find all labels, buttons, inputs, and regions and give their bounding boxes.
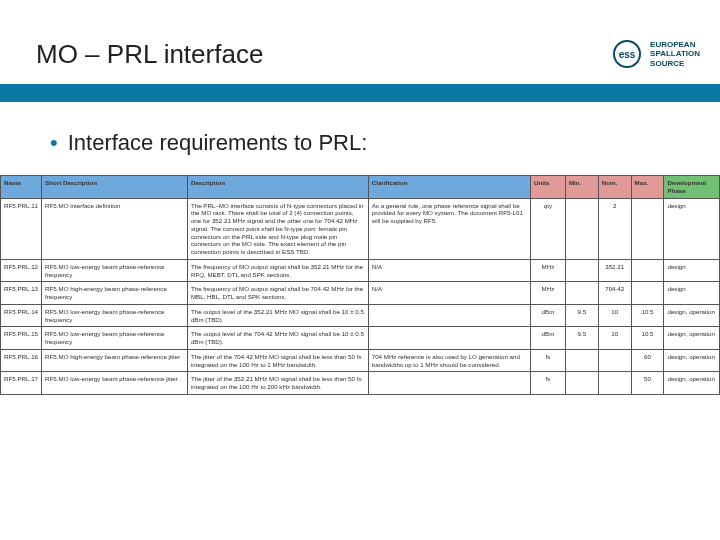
cell-name: RF5.PRL.11 [1,198,42,259]
cell-max: 50 [631,372,664,395]
cell-name: RF5.PRL.13 [1,282,42,305]
cell-phase: design, operation [664,304,720,327]
cell-name: RF5.PRL.15 [1,327,42,350]
cell-min [565,198,598,259]
col-desc: Description [187,176,368,199]
table-row: RF5.PRL.15RF5.MO low-energy beam phase-r… [1,327,720,350]
cell-nom: 2 [598,198,631,259]
cell-short: RF5.MO low-energy beam phase-reference f… [42,259,188,282]
logo-line: SOURCE [650,59,700,69]
cell-clar: 704 MHz reference is also used by LO gen… [368,349,530,372]
cell-nom: 10 [598,304,631,327]
cell-clar: As a general rule, one phase reference s… [368,198,530,259]
cell-units: fs [530,372,565,395]
col-short: Short Description [42,176,188,199]
cell-min [565,259,598,282]
cell-units: dBm [530,327,565,350]
table-head: Name Short Description Description Clari… [1,176,720,199]
cell-desc: The PRL–MO interface consists of N-type … [187,198,368,259]
cell-desc: The output level of the 352.21 MHz MO si… [187,304,368,327]
cell-desc: The frequency of MO output signal shall … [187,282,368,305]
cell-min [565,349,598,372]
cell-units: MHz [530,282,565,305]
cell-phase: design, operation [664,372,720,395]
ess-logo-icon: ess [610,37,644,71]
table-row: RF5.PRL.12RF5.MO low-energy beam phase-r… [1,259,720,282]
cell-max: 10.5 [631,304,664,327]
title-underline-bar [0,84,720,102]
cell-name: RF5.PRL.12 [1,259,42,282]
cell-short: RF5.MO low-energy beam phase-reference f… [42,327,188,350]
cell-clar: N/A [368,282,530,305]
cell-clar [368,327,530,350]
cell-min: 9.5 [565,327,598,350]
cell-short: RF5.MO low-energy beam phase-reference f… [42,304,188,327]
cell-min: 9.5 [565,304,598,327]
table-row: RF5.PRL.14RF5.MO low-energy beam phase-r… [1,304,720,327]
cell-max [631,282,664,305]
cell-desc: The output level of the 704.42 MHz MO si… [187,327,368,350]
bullet-line: •Interface requirements to PRL: [50,130,367,156]
cell-nom [598,349,631,372]
col-nom: Nom. [598,176,631,199]
cell-name: RF5.PRL.16 [1,349,42,372]
cell-units: qty [530,198,565,259]
cell-name: RF5.PRL.14 [1,304,42,327]
cell-phase: design [664,259,720,282]
cell-min [565,372,598,395]
col-phase: Development Phase [664,176,720,199]
cell-desc: The jitter of the 704.42 MHz MO signal s… [187,349,368,372]
bullet-dot-icon: • [50,130,58,155]
table-row: RF5.PRL.11RF5.MO interface definitionThe… [1,198,720,259]
cell-units: fs [530,349,565,372]
cell-desc: The jitter of the 352.21 MHz MO signal s… [187,372,368,395]
cell-phase: design, operation [664,349,720,372]
col-units: Units [530,176,565,199]
cell-units: dBm [530,304,565,327]
cell-short: RF5.MO high-energy beam phase-reference … [42,282,188,305]
table-row: RF5.PRL.17RF5.MO low-energy beam phase-r… [1,372,720,395]
cell-units: MHz [530,259,565,282]
cell-name: RF5.PRL.17 [1,372,42,395]
cell-nom: 10 [598,327,631,350]
cell-max [631,259,664,282]
bullet-text: Interface requirements to PRL: [68,130,368,155]
logo-line: EUROPEAN [650,40,700,50]
cell-nom [598,372,631,395]
cell-phase: design [664,282,720,305]
cell-clar [368,304,530,327]
requirements-table-wrap: Name Short Description Description Clari… [0,175,720,395]
table-row: RF5.PRL.16RF5.MO high-energy beam phase-… [1,349,720,372]
cell-max: 10.5 [631,327,664,350]
cell-phase: design [664,198,720,259]
page-title: MO – PRL interface [36,39,263,70]
ess-logo-text: EUROPEAN SPALLATION SOURCE [650,40,700,69]
cell-short: RF5.MO high-energy beam phase-reference … [42,349,188,372]
cell-nom: 704.42 [598,282,631,305]
svg-text:ess: ess [619,49,636,60]
cell-short: RF5.MO interface definition [42,198,188,259]
cell-clar: N/A [368,259,530,282]
cell-max: 60 [631,349,664,372]
col-max: Max. [631,176,664,199]
requirements-table: Name Short Description Description Clari… [0,175,720,395]
col-min: Min. [565,176,598,199]
cell-max [631,198,664,259]
table-body: RF5.PRL.11RF5.MO interface definitionThe… [1,198,720,394]
cell-min [565,282,598,305]
table-row: RF5.PRL.13RF5.MO high-energy beam phase-… [1,282,720,305]
cell-nom: 352.21 [598,259,631,282]
logo-line: SPALLATION [650,49,700,59]
ess-logo: ess EUROPEAN SPALLATION SOURCE [610,37,700,71]
cell-short: RF5.MO low-energy beam phase-reference j… [42,372,188,395]
cell-phase: design, operation [664,327,720,350]
title-row: MO – PRL interface ess EUROPEAN SPALLATI… [36,28,700,80]
col-clar: Clarification [368,176,530,199]
col-name: Name [1,176,42,199]
cell-desc: The frequency of MO output signal shall … [187,259,368,282]
cell-clar [368,372,530,395]
